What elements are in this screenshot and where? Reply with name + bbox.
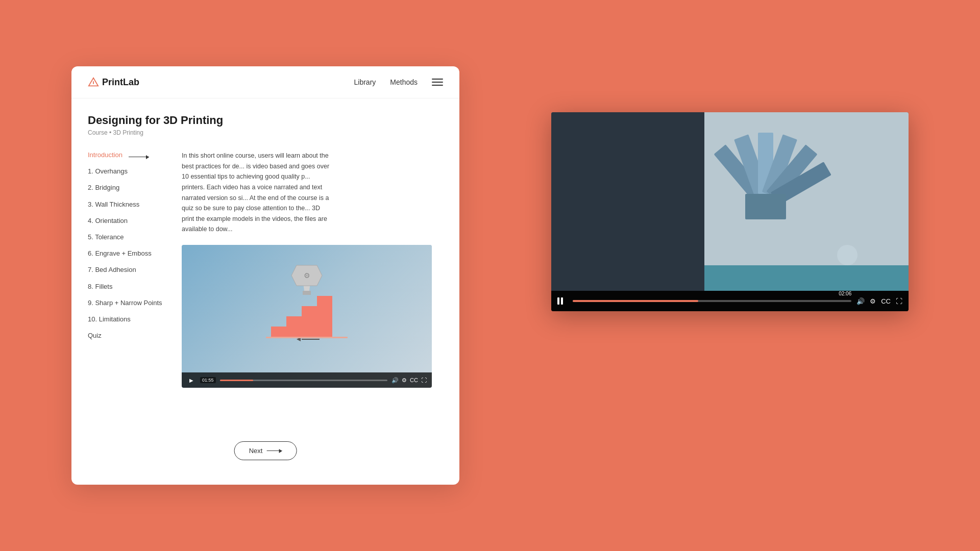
fullscreen-icon-small[interactable]: ⛶	[421, 377, 427, 383]
right-content: In this short online course, users will …	[182, 151, 443, 388]
logo-icon	[88, 77, 99, 88]
next-button[interactable]: Next	[234, 441, 297, 460]
video-controls-small: ▶ 01:55 🔊 ⚙ CC ⛶	[182, 372, 432, 388]
sidebar-item-bridging[interactable]: 2. Bridging	[88, 183, 169, 192]
next-button-label: Next	[249, 447, 263, 455]
video-card-inner: 02:06 🔊 ⚙ CC ⛶	[551, 112, 909, 311]
svg-rect-9	[317, 296, 332, 337]
svg-point-23	[837, 245, 857, 265]
progress-bar-large[interactable]: 02:06	[573, 300, 851, 302]
nav-methods[interactable]: Methods	[390, 78, 418, 86]
svg-rect-12	[266, 337, 348, 338]
volume-icon-large[interactable]: 🔊	[856, 297, 865, 305]
hamburger-menu[interactable]	[432, 79, 443, 86]
video-controls-large: 02:06 🔊 ⚙ CC ⛶	[551, 291, 909, 311]
volume-icon-small[interactable]: 🔊	[391, 377, 399, 384]
course-meta: Course • 3D Printing	[88, 129, 443, 136]
sidebar-item-fillets[interactable]: 8. Fillets	[88, 282, 169, 291]
main-card: PrintLab Library Methods Designing for 3…	[71, 66, 459, 485]
sidebar-item-bed-adhesion[interactable]: 7. Bed Adhesion	[88, 265, 169, 274]
print-illustration: ⚙	[240, 260, 373, 372]
svg-rect-24	[704, 265, 909, 291]
svg-rect-8	[302, 306, 317, 337]
sidebar-item-introduction[interactable]: Introduction	[88, 151, 169, 160]
time-badge-large: 02:06	[839, 291, 851, 296]
sidebar-item-limitations[interactable]: 10. Limitations	[88, 315, 169, 324]
sidebar: Introduction 1. Overhangs 2. Bridging 3.…	[88, 151, 169, 388]
navbar: PrintLab Library Methods	[71, 66, 459, 98]
svg-rect-3	[303, 291, 311, 295]
cc-icon-small[interactable]: CC	[410, 377, 418, 383]
progress-fill-small	[220, 380, 254, 381]
course-description: In this short online course, users will …	[182, 151, 330, 235]
svg-rect-13	[551, 112, 704, 291]
cc-icon-large[interactable]: CC	[881, 297, 891, 305]
nav-library[interactable]: Library	[354, 78, 376, 86]
fan-illustration	[551, 112, 909, 291]
video-thumbnail-large	[551, 112, 909, 291]
video-thumbnail-small: ⚙	[182, 245, 432, 388]
svg-rect-14	[704, 112, 909, 291]
next-btn-container: Next	[234, 441, 297, 460]
progress-fill-large	[573, 300, 698, 302]
sidebar-item-sharp-narrow-points[interactable]: 9. Sharp + Narrow Points	[88, 298, 169, 308]
settings-icon-large[interactable]: ⚙	[870, 297, 876, 305]
sidebar-label-introduction: Introduction	[88, 151, 122, 159]
nav-links: Library Methods	[354, 78, 444, 86]
time-badge-small: 01:55	[200, 377, 216, 383]
video-card-large[interactable]: 02:06 🔊 ⚙ CC ⛶	[551, 112, 909, 311]
control-icons-large: 🔊 ⚙ CC ⛶	[856, 297, 902, 305]
active-arrow-icon	[129, 157, 149, 158]
svg-rect-6	[271, 327, 286, 337]
sidebar-item-engrave-emboss[interactable]: 6. Engrave + Emboss	[88, 249, 169, 258]
main-layout: Introduction 1. Overhangs 2. Bridging 3.…	[88, 151, 443, 388]
logo[interactable]: PrintLab	[88, 77, 139, 88]
logo-text: PrintLab	[102, 77, 139, 88]
control-icons-small: 🔊 ⚙ CC ⛶	[391, 377, 427, 384]
settings-icon-small[interactable]: ⚙	[402, 377, 407, 384]
sidebar-item-orientation[interactable]: 4. Orientation	[88, 216, 169, 226]
sidebar-item-overhangs[interactable]: 1. Overhangs	[88, 167, 169, 176]
page-content: Designing for 3D Printing Course • 3D Pr…	[71, 98, 459, 403]
svg-text:⚙: ⚙	[304, 271, 310, 280]
fullscreen-icon-large[interactable]: ⛶	[896, 297, 902, 305]
video-player-small[interactable]: ⚙	[182, 245, 432, 388]
page-title: Designing for 3D Printing	[88, 114, 443, 127]
pause-button-large[interactable]	[557, 296, 568, 306]
sidebar-item-quiz[interactable]: Quiz	[88, 331, 169, 340]
svg-rect-22	[745, 194, 786, 219]
play-button-small[interactable]: ▶	[187, 375, 196, 385]
sidebar-item-tolerance[interactable]: 5. Tolerance	[88, 233, 169, 242]
progress-bar-small[interactable]	[220, 380, 388, 381]
sidebar-item-wall-thickness[interactable]: 3. Wall Thickness	[88, 200, 169, 209]
next-arrow-icon	[266, 450, 282, 452]
svg-rect-7	[286, 316, 302, 337]
